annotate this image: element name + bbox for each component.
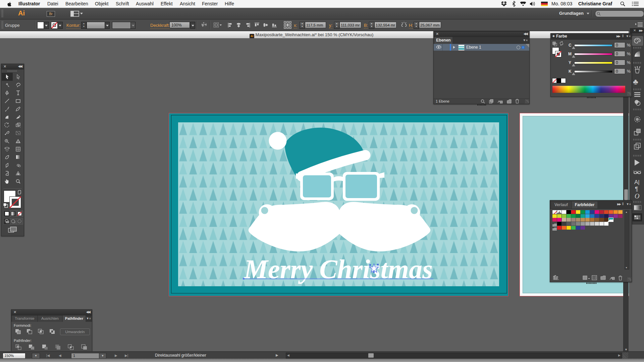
svg-text:Merry Christmas: Merry Christmas	[244, 254, 433, 284]
